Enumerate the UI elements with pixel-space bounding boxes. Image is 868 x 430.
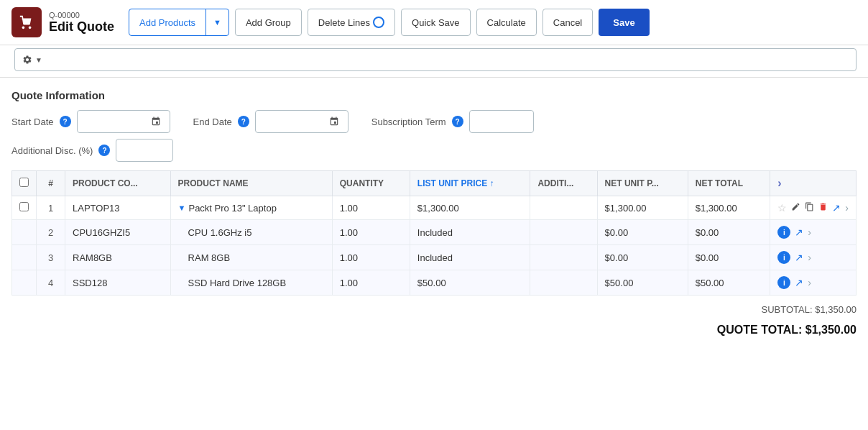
- row-quantity: 1.00: [332, 196, 410, 220]
- col-checkbox: [12, 171, 37, 196]
- expand-row-icon[interactable]: ›: [845, 202, 849, 214]
- row-quantity: 1.00: [332, 245, 410, 270]
- additional-disc-help-icon[interactable]: ?: [98, 145, 110, 156]
- delete-lines-button[interactable]: Delete Lines: [308, 9, 395, 36]
- add-products-button[interactable]: Add Products ▼: [129, 9, 229, 36]
- row-quantity: 1.00: [332, 270, 410, 296]
- quick-save-button[interactable]: Quick Save: [401, 9, 470, 36]
- trend-icon[interactable]: ↗: [795, 227, 803, 238]
- end-date-help-icon[interactable]: ?: [238, 116, 249, 127]
- save-button[interactable]: Save: [599, 9, 649, 36]
- additional-disc-group: Additional Disc. (%) ?: [11, 139, 173, 162]
- logo-area: Q-00000 Edit Quote: [11, 7, 114, 37]
- start-date-label: Start Date: [11, 116, 54, 127]
- start-date-group: Start Date ?: [11, 110, 170, 133]
- col-product-name: PRODUCT NAME: [170, 171, 332, 196]
- edit-icon[interactable]: [791, 202, 800, 214]
- expand-row-icon[interactable]: ›: [808, 252, 811, 263]
- info-icon[interactable]: i: [777, 251, 790, 264]
- gear-icon: [22, 55, 32, 65]
- info-icon[interactable]: i: [777, 276, 790, 289]
- add-group-button[interactable]: Add Group: [235, 9, 302, 36]
- row-num: 2: [37, 220, 65, 245]
- table-header-row: # PRODUCT CO... PRODUCT NAME QUANTITY LI…: [12, 171, 857, 196]
- additional-disc-label: Additional Disc. (%): [11, 145, 93, 156]
- start-date-field[interactable]: [83, 116, 148, 127]
- row-list-unit-price: $50.00: [410, 270, 530, 296]
- quote-title: Edit Quote: [49, 19, 114, 35]
- cart-icon: [11, 7, 42, 37]
- row-additional: [530, 220, 597, 245]
- end-date-calendar-icon: [329, 116, 339, 127]
- row-num: 1: [37, 196, 65, 220]
- chevron-down-icon[interactable]: ▼: [178, 203, 186, 212]
- row-net-unit-price: $0.00: [597, 220, 688, 245]
- row-checkbox[interactable]: [19, 202, 29, 211]
- row-actions-cell: i ↗ ›: [770, 220, 857, 245]
- trend-icon[interactable]: ↗: [795, 252, 803, 263]
- row-net-total: $0.00: [688, 245, 770, 270]
- row-net-total: $1,300.00: [688, 196, 770, 220]
- subtotal-row: SUBTOTAL: $1,350.00: [0, 296, 868, 318]
- row-actions-cell: ☆ ↗ ›: [770, 196, 857, 220]
- trash-icon[interactable]: [818, 202, 828, 214]
- row-net-unit-price: $1,300.00: [597, 196, 688, 220]
- row-product-code: RAM8GB: [65, 245, 171, 270]
- add-products-main[interactable]: Add Products: [129, 9, 206, 35]
- row-additional: [530, 196, 597, 220]
- col-num: #: [37, 171, 65, 196]
- calculate-button[interactable]: Calculate: [476, 9, 537, 36]
- cancel-button[interactable]: Cancel: [542, 9, 593, 36]
- copy-icon[interactable]: [805, 202, 814, 214]
- subtotal-label: SUBTOTAL:: [761, 304, 812, 315]
- row-additional: [530, 270, 597, 296]
- trend-icon[interactable]: ↗: [795, 277, 803, 288]
- row-checkbox-cell: [12, 270, 37, 296]
- end-date-field[interactable]: [262, 116, 326, 127]
- gear-settings-button[interactable]: ▼: [14, 48, 857, 71]
- col-product-code: PRODUCT CO...: [65, 171, 171, 196]
- form-fields: Start Date ? End Date ? Subscription Ter…: [0, 110, 868, 139]
- additional-disc-input[interactable]: [116, 139, 173, 162]
- row-quantity: 1.00: [332, 220, 410, 245]
- col-quantity: QUANTITY: [332, 171, 410, 196]
- row-product-name: SSD Hard Drive 128GB: [170, 270, 332, 296]
- col-list-unit-price[interactable]: LIST UNIT PRICE ↑: [410, 171, 530, 196]
- table-row: 3 RAM8GB RAM 8GB 1.00 Included $0.00 $0.…: [12, 245, 857, 270]
- row-list-unit-price: $1,300.00: [410, 196, 530, 220]
- add-products-dropdown-arrow[interactable]: ▼: [206, 9, 228, 35]
- trend-icon[interactable]: ↗: [832, 202, 841, 214]
- start-date-input[interactable]: [77, 110, 170, 133]
- row-actions-cell: i ↗ ›: [770, 270, 857, 296]
- select-all-checkbox[interactable]: [19, 178, 29, 187]
- quote-total-label: QUOTE TOTAL:: [717, 324, 803, 337]
- sort-asc-icon: ↑: [490, 178, 494, 188]
- gear-dropdown-arrow: ▼: [35, 56, 42, 64]
- row-product-name: RAM 8GB: [170, 245, 332, 270]
- star-icon[interactable]: ☆: [777, 202, 787, 214]
- row-net-total: $50.00: [688, 270, 770, 296]
- quote-total-row: QUOTE TOTAL: $1,350.00: [0, 318, 868, 348]
- expand-row-icon[interactable]: ›: [808, 277, 811, 288]
- end-date-input[interactable]: [255, 110, 348, 133]
- row-checkbox-cell: [12, 220, 37, 245]
- table-row: 1 LAPTOP13 ▼ Packt Pro 13" Laptop 1.00 $…: [12, 196, 857, 220]
- subscription-term-input[interactable]: [469, 110, 534, 133]
- header: Q-00000 Edit Quote Add Products ▼ Add Gr…: [0, 0, 868, 45]
- info-icon[interactable]: i: [777, 226, 790, 239]
- subscription-term-label: Subscription Term: [371, 116, 446, 127]
- table-row: 2 CPU16GHZI5 CPU 1.6GHz i5 1.00 Included…: [12, 220, 857, 245]
- col-net-unit-price: NET UNIT P...: [597, 171, 688, 196]
- start-date-help-icon[interactable]: ?: [60, 116, 71, 127]
- section-title: Quote Information: [0, 78, 868, 110]
- row-checkbox-cell: [12, 245, 37, 270]
- row-num: 3: [37, 245, 65, 270]
- subscription-term-help-icon[interactable]: ?: [452, 116, 463, 127]
- expand-row-icon[interactable]: ›: [808, 227, 811, 238]
- row-product-name: CPU 1.6GHz i5: [170, 220, 332, 245]
- row-net-unit-price: $0.00: [597, 245, 688, 270]
- expand-right-icon[interactable]: ›: [777, 177, 781, 189]
- end-date-label: End Date: [193, 116, 232, 127]
- row-list-unit-price: Included: [410, 245, 530, 270]
- logo-text: Q-00000 Edit Quote: [49, 11, 114, 35]
